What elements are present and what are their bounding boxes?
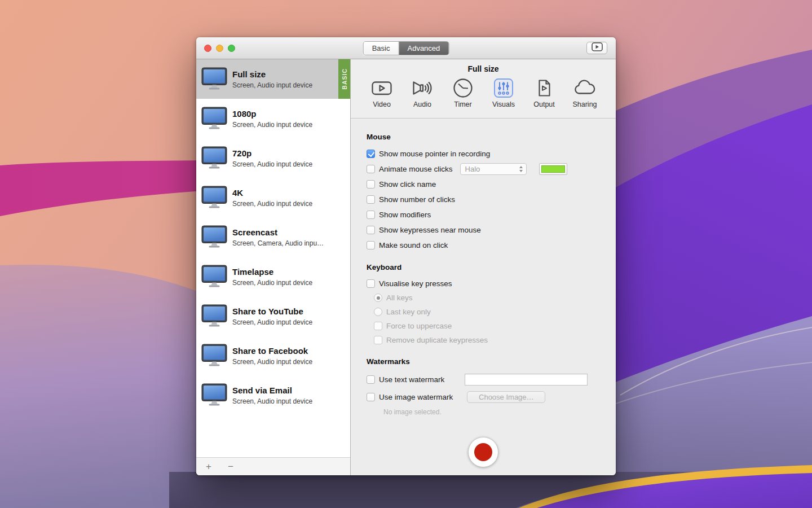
preset-title: Timelapse (232, 267, 312, 277)
row-visualise-key-presses: Visualise key presses (367, 277, 600, 291)
close-button[interactable] (204, 45, 211, 52)
preset-text: Send via EmailScreen, Audio input device (232, 386, 312, 405)
basic-badge: BASIC (338, 59, 350, 99)
toolbar-label: Video (373, 100, 391, 108)
checkbox-show-click-name[interactable] (367, 180, 375, 189)
preset-subtitle: Screen, Audio input device (232, 318, 312, 326)
label-show-mouse-pointer-in-recording: Show mouse pointer in recording (379, 150, 490, 158)
mode-segmented-control: Basic Advanced (363, 41, 449, 55)
row-force-to-uppercase: Force to uppercase (374, 319, 600, 333)
toolbar-label: Sharing (572, 100, 597, 108)
record-button[interactable] (468, 437, 498, 467)
preset-full-size[interactable]: Full sizeScreen, Audio input deviceBASIC (196, 59, 350, 99)
label-all-keys: All keys (386, 294, 413, 302)
preset-send-via-email[interactable]: Send via EmailScreen, Audio input device (196, 375, 350, 415)
remove-preset-button[interactable]: − (226, 458, 236, 475)
button-choose-image[interactable]: Choose Image… (467, 391, 545, 403)
preview-window-button[interactable] (586, 42, 607, 54)
preset-text: Share to YouTubeScreen, Audio input devi… (232, 306, 312, 326)
panel-title: Full size (351, 59, 616, 73)
add-preset-button[interactable]: + (204, 458, 214, 475)
monitor-icon (201, 383, 227, 407)
checkbox-show-modifiers[interactable] (367, 211, 375, 219)
preset-subtitle: Screen, Audio input device (232, 200, 312, 208)
preset-text: Share to FacebookScreen, Audio input dev… (232, 346, 312, 366)
sharing-icon (573, 76, 597, 100)
preset-sidebar: Full sizeScreen, Audio input deviceBASIC… (196, 59, 351, 475)
label-show-keypresses-near-mouse: Show keypresses near mouse (379, 226, 481, 234)
minimize-button[interactable] (216, 45, 223, 52)
toolbar-label: Timer (454, 100, 471, 108)
timer-icon (451, 76, 475, 100)
checkbox-use-text-watermark[interactable] (367, 375, 375, 384)
window-play-icon (592, 42, 603, 54)
preset-subtitle: Screen, Audio input device (232, 81, 312, 89)
preset-share-to-youtube[interactable]: Share to YouTubeScreen, Audio input devi… (196, 296, 350, 336)
radio-last-key-only[interactable] (374, 308, 382, 316)
row-use-text-watermark: Use text watermark (367, 371, 600, 388)
monitor-icon (201, 304, 227, 328)
toolbar-item-timer[interactable]: Timer (447, 76, 480, 108)
colorwell-animate-mouse-clicks[interactable] (539, 163, 567, 175)
label-show-number-of-clicks: Show number of clicks (379, 195, 455, 204)
tab-basic[interactable]: Basic (364, 42, 399, 55)
preset-text: 720pScreen, Audio input device (232, 148, 312, 168)
preset-title: 720p (232, 148, 312, 158)
tab-advanced[interactable]: Advanced (398, 42, 448, 55)
row-animate-mouse-clicks: Animate mouse clicksHalo (367, 161, 600, 177)
radio-all-keys[interactable] (374, 294, 382, 302)
monitor-icon (201, 186, 227, 209)
row-all-keys: All keys (374, 291, 600, 305)
chevron-up-down-icon (519, 166, 523, 172)
preset-subtitle: Screen, Audio input device (232, 397, 312, 405)
monitor-icon (201, 67, 227, 91)
settings-sections: MouseShow mouse pointer in recordingAnim… (367, 133, 600, 418)
preset-1080p[interactable]: 1080pScreen, Audio input device (196, 99, 350, 138)
checkbox-visualise-key-presses[interactable] (367, 279, 375, 288)
monitor-icon (201, 107, 227, 130)
preset-text: ScreencastScreen, Camera, Audio inpu… (232, 227, 324, 247)
audio-icon (411, 76, 434, 100)
row-show-mouse-pointer-in-recording: Show mouse pointer in recording (367, 146, 600, 161)
toolbar-item-visuals[interactable]: Visuals (487, 76, 520, 108)
monitor-icon (201, 146, 227, 170)
monitor-icon (201, 344, 227, 367)
label-remove-duplicate-keypresses: Remove duplicate keypresses (386, 336, 488, 344)
section-heading-mouse: Mouse (367, 133, 600, 141)
preset-subtitle: Screen, Camera, Audio inpu… (232, 239, 324, 247)
dropdown-animate-mouse-clicks[interactable]: Halo (460, 163, 527, 175)
preset-720p[interactable]: 720pScreen, Audio input device (196, 138, 350, 178)
row-show-click-name: Show click name (367, 177, 600, 192)
toolbar-item-output[interactable]: Output (528, 76, 561, 108)
panel-header: Full size Video Audio Timer Visuals Outp… (351, 59, 616, 119)
record-button-wrap (367, 437, 600, 467)
preset-subtitle: Screen, Audio input device (232, 279, 312, 287)
preset-text: TimelapseScreen, Audio input device (232, 267, 312, 287)
row-last-key-only: Last key only (374, 305, 600, 319)
preset-subtitle: Screen, Audio input device (232, 121, 312, 129)
label-last-key-only: Last key only (386, 308, 431, 316)
label-show-click-name: Show click name (379, 180, 436, 189)
checkbox-force-to-uppercase[interactable] (374, 322, 382, 330)
checkbox-use-image-watermark[interactable] (367, 393, 375, 401)
preset-title: Send via Email (232, 386, 312, 395)
checkbox-make-sound-on-click[interactable] (367, 241, 375, 249)
checkbox-show-number-of-clicks[interactable] (367, 195, 375, 204)
checkbox-remove-duplicate-keypresses[interactable] (374, 336, 382, 344)
toolbar-item-video[interactable]: Video (365, 76, 399, 108)
preset-screencast[interactable]: ScreencastScreen, Camera, Audio inpu… (196, 217, 350, 257)
toolbar-item-audio[interactable]: Audio (406, 76, 439, 108)
checkbox-show-keypresses-near-mouse[interactable] (367, 226, 375, 234)
toolbar-item-sharing[interactable]: Sharing (568, 76, 602, 108)
preset-text: 1080pScreen, Audio input device (232, 109, 312, 129)
zoom-button[interactable] (228, 45, 235, 52)
textfield-use-text-watermark[interactable] (465, 374, 588, 386)
preset-title: 4K (232, 188, 312, 198)
preset-4k[interactable]: 4KScreen, Audio input device (196, 178, 350, 217)
checkbox-animate-mouse-clicks[interactable] (367, 165, 375, 173)
checkbox-show-mouse-pointer-in-recording[interactable] (367, 150, 375, 158)
label-make-sound-on-click: Make sound on click (379, 241, 448, 249)
preset-share-to-facebook[interactable]: Share to FacebookScreen, Audio input dev… (196, 336, 350, 375)
titlebar[interactable]: Basic Advanced (196, 37, 616, 59)
preset-timelapse[interactable]: TimelapseScreen, Audio input device (196, 257, 350, 296)
